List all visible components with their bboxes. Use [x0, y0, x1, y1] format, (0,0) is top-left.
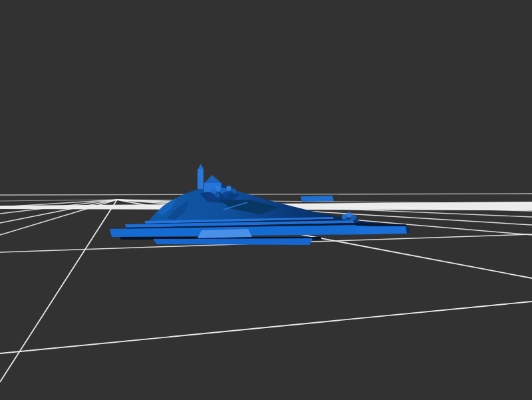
- church-tower-body: [198, 169, 203, 189]
- viewer-window: [0, 0, 532, 400]
- bush: [215, 192, 220, 198]
- bush: [229, 192, 234, 197]
- base-bottom-slab: [153, 238, 313, 245]
- bush: [209, 193, 214, 198]
- bush: [215, 186, 221, 191]
- bush: [346, 212, 352, 218]
- base-inset-panel: [198, 229, 252, 238]
- bush: [226, 186, 231, 191]
- bush: [354, 218, 358, 222]
- bush: [223, 192, 229, 198]
- terrace-wall: [301, 196, 334, 202]
- base-right-block: [356, 226, 407, 234]
- scene-root: [0, 0, 532, 400]
- viewport-3d-canvas[interactable]: [0, 0, 532, 400]
